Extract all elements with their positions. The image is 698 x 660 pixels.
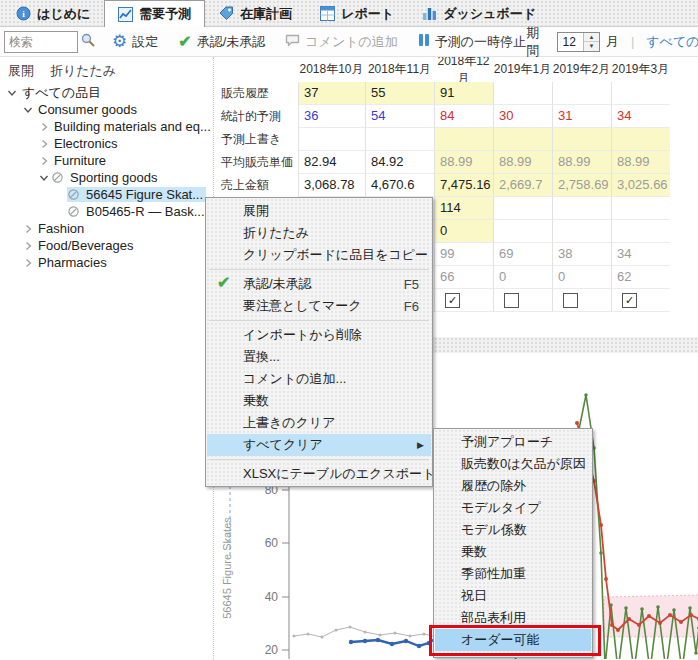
menu-item[interactable]: 上書きのクリア — [207, 412, 431, 434]
table-cell[interactable]: 55 — [365, 82, 434, 105]
table-cell[interactable]: ✓ — [434, 289, 493, 312]
tree-item[interactable]: Food/Beverages — [0, 237, 213, 254]
tab-chart[interactable]: 需要予測 — [104, 0, 205, 27]
submenu-item-label: 乗数 — [461, 543, 487, 561]
tree-item-body: Pharmacies — [35, 255, 110, 270]
menu-item[interactable]: 乗数 — [207, 390, 431, 412]
table-cell[interactable] — [552, 128, 611, 151]
point-forecast-lower — [668, 613, 672, 617]
chevron-right-icon[interactable] — [37, 121, 51, 133]
point-sales-history — [363, 639, 367, 643]
spinner-up-icon[interactable]: ▲ — [584, 33, 599, 43]
tree-item-label: 56645 Figure Skat... — [83, 187, 206, 202]
breadcrumb-root-link[interactable]: すべての品目 — [646, 33, 698, 51]
table-cell: 69 — [493, 243, 552, 266]
approve-button[interactable]: ✔ 承認/未承認 — [178, 33, 265, 51]
tab-dashboard[interactable]: ダッシュボード — [408, 0, 550, 26]
submenu-item[interactable]: モデルタイプ — [435, 497, 591, 519]
pause-forecast-button[interactable]: 予測の一時停止 — [418, 33, 526, 51]
menu-item[interactable]: 展開 — [207, 200, 431, 222]
table-cell[interactable]: 88.99 — [493, 151, 552, 174]
tree-item[interactable]: Electronics — [0, 135, 213, 152]
chevron-down-icon[interactable] — [5, 87, 19, 99]
submenu-item[interactable]: 予測アプローチ — [435, 431, 591, 453]
table-row: 平均販売単価82.9484.9288.9988.9988.9988.99 — [214, 151, 698, 174]
tree-item[interactable]: B05465-R — Bask... — [0, 203, 213, 220]
table-cell: 0 — [493, 266, 552, 289]
checkbox-checked[interactable]: ✓ — [622, 293, 637, 308]
table-cell[interactable] — [493, 128, 552, 151]
tree-item[interactable]: Fashion — [0, 220, 213, 237]
menu-item[interactable]: 折りたたみ — [207, 222, 431, 244]
tree-item[interactable]: Furniture — [0, 152, 213, 169]
table-cell[interactable]: 88.99 — [552, 151, 611, 174]
checkbox-unchecked[interactable] — [563, 293, 578, 308]
gear-icon: ⚙ — [112, 33, 127, 50]
chevron-down-icon[interactable] — [37, 172, 51, 184]
table-cell[interactable]: 88.99 — [611, 151, 670, 174]
menu-item[interactable]: クリップボードに品目をコピー — [207, 244, 431, 266]
submenu-item[interactable]: 販売数0は欠品が原因 — [435, 453, 591, 475]
expand-all-link[interactable]: 展開 — [8, 62, 34, 80]
menu-item[interactable]: 置換... — [207, 346, 431, 368]
submenu-item[interactable]: 祝日 — [435, 585, 591, 607]
table-cell[interactable]: 37 — [298, 82, 365, 105]
menu-item[interactable]: インポートから削除 — [207, 324, 431, 346]
chevron-right-icon[interactable] — [21, 240, 35, 252]
submenu-item-label: モデルタイプ — [461, 499, 541, 517]
tab-tag[interactable]: 在庫計画 — [205, 0, 306, 26]
submenu-item[interactable]: 季節性加重 — [435, 563, 591, 585]
table-cell[interactable]: 2,669.7 — [493, 174, 552, 197]
chevron-down-icon[interactable] — [21, 104, 35, 116]
tree-item[interactable]: すべての品目 — [0, 84, 213, 101]
table-cell[interactable]: 91 — [434, 82, 493, 105]
menu-item[interactable]: すべてクリア▶ — [207, 434, 431, 456]
menu-item[interactable]: 要注意としてマークF6 — [207, 295, 431, 317]
table-cell: 84.92 — [365, 151, 434, 174]
tree-item[interactable]: Building materials and eq... — [0, 118, 213, 135]
table-cell[interactable] — [434, 128, 493, 151]
tree-item[interactable]: Sporting goods — [0, 169, 213, 186]
search-input[interactable] — [4, 31, 78, 53]
tree-item[interactable]: Pharmacies — [0, 254, 213, 271]
menu-item[interactable]: XLSXにテーブルのエクスポート▶ — [207, 463, 431, 485]
table-cell — [552, 82, 611, 105]
menu-item[interactable]: コメントの追加... — [207, 368, 431, 390]
table-cell[interactable]: 114 — [434, 197, 493, 220]
table-cell[interactable]: 3,025.66 — [611, 174, 670, 197]
submenu-item[interactable]: 部品表利用 — [435, 607, 591, 629]
menu-item[interactable]: ✔承認/未承認F5 — [207, 273, 431, 295]
table-cell[interactable]: 88.99 — [434, 151, 493, 174]
period-spinner[interactable]: 12 ▲ ▼ — [557, 32, 600, 52]
point-sales-history — [349, 640, 353, 644]
chevron-right-icon[interactable] — [21, 223, 35, 235]
table-cell[interactable]: 0 — [434, 220, 493, 243]
context-menu: 展開折りたたみクリップボードに品目をコピー✔承認/未承認F5要注意としてマークF… — [205, 197, 433, 487]
submenu-item[interactable]: モデル係数 — [435, 519, 591, 541]
tab-report[interactable]: レポート — [306, 0, 408, 26]
table-cell[interactable] — [611, 128, 670, 151]
point-forecast-lower — [689, 613, 693, 617]
submenu-item-label: 販売数0は欠品が原因 — [461, 455, 586, 473]
checkbox-unchecked[interactable] — [504, 293, 519, 308]
tree-item[interactable]: 56645 Figure Skat... — [0, 186, 213, 203]
table-cell[interactable]: 2,758.69 — [552, 174, 611, 197]
submenu-item[interactable]: 履歴の除外 — [435, 475, 591, 497]
settings-button[interactable]: ⚙ 設定 — [112, 33, 158, 51]
checkbox-checked[interactable]: ✓ — [445, 293, 460, 308]
chevron-right-icon[interactable] — [37, 155, 51, 167]
search-icon[interactable] — [80, 32, 96, 51]
collapse-all-link[interactable]: 折りたたみ — [50, 62, 116, 80]
chevron-right-icon[interactable] — [21, 257, 35, 269]
submenu-item[interactable]: 乗数 — [435, 541, 591, 563]
submenu-item[interactable]: オーダー可能 — [435, 629, 591, 651]
table-cell[interactable]: ✓ — [611, 289, 670, 312]
chevron-right-icon[interactable] — [37, 138, 51, 150]
tree-item[interactable]: Consumer goods — [0, 101, 213, 118]
add-comment-button[interactable]: コメントの追加 — [285, 33, 398, 51]
submenu-item-label: 履歴の除外 — [461, 477, 526, 495]
spinner-buttons: ▲ ▼ — [583, 33, 599, 51]
spinner-down-icon[interactable]: ▼ — [584, 42, 599, 51]
tab-info[interactable]: iはじめに — [2, 0, 104, 26]
table-cell[interactable]: 7,475.16 — [434, 174, 493, 197]
